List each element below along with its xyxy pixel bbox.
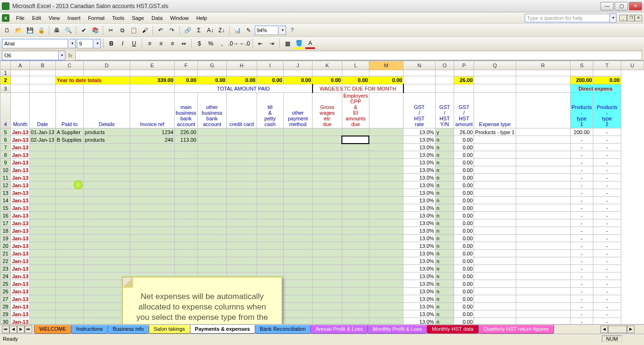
menu-sage[interactable]: Sage [128,14,148,22]
font-size-dropdown-icon[interactable]: ▾ [94,39,101,48]
percent-icon[interactable]: % [206,38,216,49]
col-header-U[interactable]: U [621,61,644,70]
[interactable] [342,212,369,219]
italic-icon[interactable]: I [117,38,128,49]
row-header-3[interactable]: 3 [0,84,11,93]
col-header-D[interactable]: D [84,61,130,70]
col-header-S[interactable]: S [570,61,593,70]
row-header-24[interactable]: 24 [0,272,11,280]
hscroll-track[interactable] [608,326,627,333]
spelling-icon[interactable]: ✔ [79,25,89,36]
row-header-4[interactable]: 4 [0,93,11,128]
menu-insert[interactable]: Insert [63,14,84,22]
autosum-icon[interactable]: Σ [194,25,204,36]
col-header-I[interactable]: I [257,61,283,70]
[interactable] [342,303,369,310]
copy-icon[interactable]: ⧉ [117,25,127,36]
spreadsheet-grid[interactable]: ABCDEFGHIJKLMNOPQRSTU12Year to date tota… [0,61,644,324]
sheet-tab-instructions[interactable]: Instructions [71,325,108,334]
row-header-28[interactable]: 28 [0,303,11,310]
col-header-F[interactable]: F [175,61,197,70]
formula-input[interactable] [75,51,642,60]
zoom-dropdown-icon[interactable]: ▾ [279,26,286,35]
[interactable] [342,257,369,265]
new-icon[interactable]: 🗋 [2,25,12,36]
[interactable] [342,280,369,288]
[interactable] [342,265,369,272]
col-header-L[interactable]: L [342,61,369,70]
mdi-close-button[interactable]: ✕ [635,15,642,21]
row-header-16[interactable]: 16 [0,212,11,219]
merge-icon[interactable]: ⇔ [179,38,189,49]
font-name-dropdown-icon[interactable]: ▾ [69,39,76,48]
name-box-dropdown-icon[interactable]: ▾ [59,51,65,60]
col-header-T[interactable]: T [593,61,621,70]
row-header-9[interactable]: 9 [0,159,11,166]
tab-last-button[interactable]: ⏭ [25,326,32,333]
hyperlink-icon[interactable]: 🔗 [182,25,193,36]
[interactable] [342,189,369,197]
drawing-icon[interactable]: ✎ [243,25,254,36]
font-size-box[interactable]: 9 [77,39,93,48]
sheet-tab-salon-takings[interactable]: Salon takings [149,325,190,334]
increase-decimal-icon[interactable]: .0→ [228,38,239,49]
select-all-cell[interactable] [0,61,11,70]
row-header-11[interactable]: 11 [0,174,11,182]
menu-file[interactable]: File [12,14,28,22]
row-header-7[interactable]: 7 [0,144,11,151]
row-header-12[interactable]: 12 [0,182,11,189]
menu-tools[interactable]: Tools [108,14,128,22]
section-total-paid[interactable]: TOTAL AMOUNT PAID [175,84,313,93]
sheet-tab-business-info[interactable]: Business info [107,325,149,334]
col-header-Q[interactable]: Q [474,61,516,70]
tab-first-button[interactable]: ⏮ [2,326,9,333]
row-header-20[interactable]: 20 [0,242,11,250]
row-header-30[interactable]: 30 [0,318,11,325]
help-icon[interactable]: ? [287,25,297,36]
help-dropdown-icon[interactable]: ▾ [610,13,617,23]
row-header-1[interactable]: 1 [0,70,11,76]
tab-prev-button[interactable]: ◀ [9,326,17,333]
zoom-box[interactable]: 94% [255,26,278,35]
[interactable] [342,219,369,227]
menu-window[interactable]: Window [166,14,192,22]
underline-icon[interactable]: U [129,38,139,49]
currency-icon[interactable]: $ [194,38,205,49]
sheet-tab-payments-expenses[interactable]: Payments & expenses [190,325,255,334]
chart-icon[interactable]: 📊 [232,25,242,36]
sort-asc-icon[interactable]: A↓ [205,25,215,36]
section-wages-due[interactable]: WAGES ETC DUE FOR MONTH [313,84,403,93]
permission-icon[interactable]: 🔒 [36,25,46,36]
menu-edit[interactable]: Edit [28,14,45,22]
row-header-14[interactable]: 14 [0,197,11,204]
sheet-tab-bank-reconciliation[interactable]: Bank Reconciliation [255,325,311,334]
align-right-icon[interactable]: ≡ [167,38,178,49]
[interactable] [342,151,369,159]
decrease-decimal-icon[interactable]: ←.0 [240,38,250,49]
[interactable] [342,235,369,242]
section-direct-exp[interactable]: Direct expens [570,84,621,93]
[interactable] [342,166,369,174]
col-header-N[interactable]: N [403,61,435,70]
row-header-19[interactable]: 19 [0,235,11,242]
save-icon[interactable]: 💾 [25,25,35,36]
help-search-box[interactable]: Type a question for help [525,14,610,22]
sheet-tab-monthly-hst-data[interactable]: Monthly HST data [427,325,479,334]
[interactable] [342,310,369,318]
[interactable] [342,204,369,212]
decrease-indent-icon[interactable]: ⇤ [255,38,266,49]
cut-icon[interactable]: ✂ [106,25,116,36]
col-header-O[interactable]: O [435,61,454,70]
row-header-6[interactable]: 6 [0,136,11,144]
row-header-2[interactable]: 2 [0,76,11,84]
[interactable] [342,288,369,295]
[interactable] [342,250,369,257]
borders-icon[interactable]: ▦ [282,38,293,49]
row-header-23[interactable]: 23 [0,265,11,272]
col-header-G[interactable]: G [197,61,226,70]
row-header-15[interactable]: 15 [0,204,11,212]
hscroll-left-button[interactable]: ◀ [600,326,608,333]
row-header-21[interactable]: 21 [0,250,11,257]
tab-next-button[interactable]: ▶ [17,326,25,333]
menu-help[interactable]: Help [192,14,211,22]
